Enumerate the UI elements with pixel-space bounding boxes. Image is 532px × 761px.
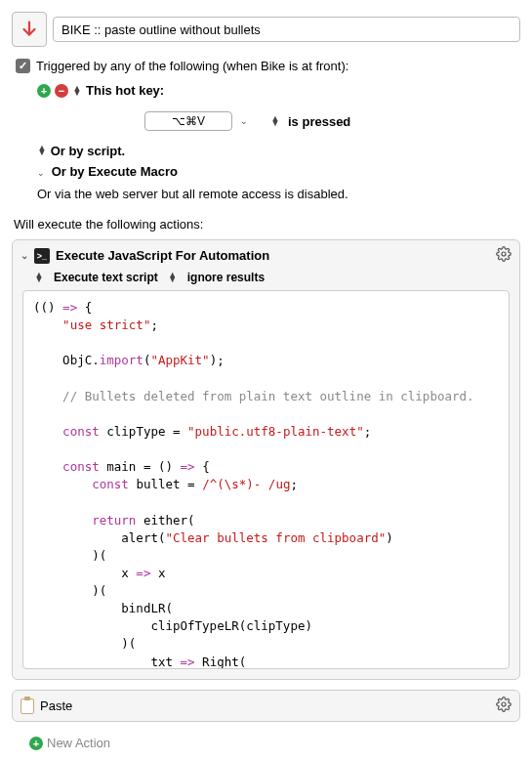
script-results-label: ignore results xyxy=(187,271,265,284)
action-gear-button[interactable] xyxy=(496,246,512,265)
trigger-description: Triggered by any of the following (when … xyxy=(36,59,348,73)
svg-point-2 xyxy=(502,702,506,706)
script-text-editor[interactable]: (() => { "use strict"; ObjC.import("AppK… xyxy=(22,290,510,669)
script-trigger-label: Or by script. xyxy=(51,144,126,158)
script-source-label: Execute text script xyxy=(54,271,158,284)
remove-trigger-button[interactable]: − xyxy=(55,84,68,98)
hotkey-input[interactable]: ⌥⌘V xyxy=(144,111,232,131)
script-source-stepper[interactable]: ▲▼ xyxy=(34,273,44,282)
script-trigger-stepper[interactable]: ▲▼ xyxy=(37,146,47,155)
script-results-stepper[interactable]: ▲▼ xyxy=(168,273,178,282)
new-action-label: New Action xyxy=(47,736,110,750)
macro-icon-well[interactable] xyxy=(12,12,47,47)
hotkey-state-stepper[interactable]: ▲▼ xyxy=(270,116,280,126)
execute-javascript-action[interactable]: ⌄ >_ Execute JavaScript For Automation ▲… xyxy=(12,239,520,680)
plus-icon: + xyxy=(29,737,43,750)
clipboard-icon xyxy=(20,698,34,714)
hotkey-pressed-label: is pressed xyxy=(288,114,350,129)
execute-macro-disclose[interactable]: ⌄ xyxy=(37,168,45,178)
paste-action[interactable]: Paste xyxy=(12,690,520,722)
download-arrow-icon xyxy=(19,19,40,40)
hotkey-type-chevron[interactable]: ⌄ xyxy=(240,116,248,126)
new-action-button[interactable]: + New Action xyxy=(12,732,520,750)
paste-action-label: Paste xyxy=(40,698,72,713)
execute-actions-heading: Will execute the following actions: xyxy=(12,217,520,232)
trigger-type-stepper[interactable]: ▲▼ xyxy=(72,86,82,96)
action-disclose-chevron[interactable]: ⌄ xyxy=(20,250,28,261)
terminal-icon: >_ xyxy=(34,248,50,264)
execute-macro-trigger-label: Or by Execute Macro xyxy=(52,164,178,179)
gear-icon xyxy=(496,246,512,262)
hotkey-trigger-label: This hot key: xyxy=(86,83,164,98)
enabled-checkbox[interactable]: ✓ xyxy=(16,59,30,73)
gear-icon xyxy=(496,697,512,712)
remote-access-note: Or via the web server but all remote acc… xyxy=(12,182,520,211)
macro-title-input[interactable] xyxy=(53,17,520,42)
action-title: Execute JavaScript For Automation xyxy=(56,248,269,263)
add-trigger-button[interactable]: + xyxy=(37,84,51,98)
svg-point-1 xyxy=(502,252,506,256)
paste-action-gear-button[interactable] xyxy=(496,697,512,715)
